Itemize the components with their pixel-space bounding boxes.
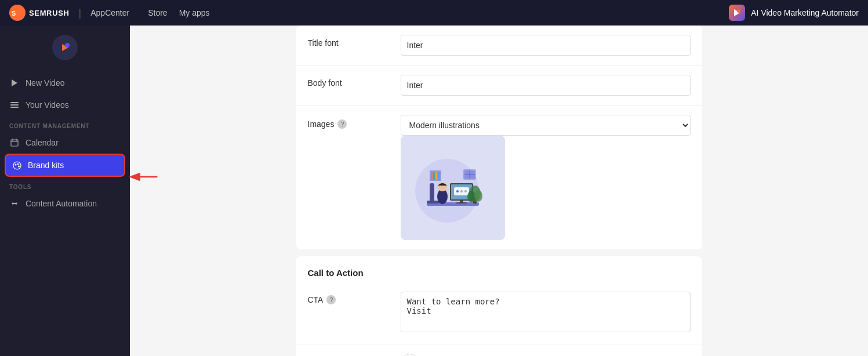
sidebar-section-content-management: CONTENT MANAGEMENT (0, 116, 130, 132)
sidebar-calendar-label: Calendar (26, 138, 59, 147)
topbar-left: S SEMRUSH | AppCenter Store My apps (9, 5, 210, 21)
arrow-annotation (128, 168, 162, 186)
topbar-divider: | (79, 7, 82, 19)
sidebar-logo-circle (52, 35, 78, 60)
form-row-images: Images ? Modern illustrations Stock phot… (296, 106, 702, 249)
list-icon (9, 100, 20, 110)
sidebar-item-brand-kits[interactable]: Brand kits (5, 154, 125, 177)
cta-color-label: CTA Color ? (308, 354, 401, 356)
images-help-icon[interactable]: ? (337, 119, 347, 129)
semrush-logo: S SEMRUSH (9, 5, 70, 21)
svg-point-3 (737, 9, 740, 13)
form-row-cta-color: CTA Color ? (296, 344, 702, 356)
semrush-text: SEMRUSH (29, 9, 70, 17)
form-section-fonts: Title font Body font Images ? (296, 26, 702, 249)
svg-point-6 (65, 43, 70, 48)
title-font-label: Title font (308, 35, 401, 48)
images-label: Images ? (308, 115, 401, 129)
semrush-logo-icon: S (9, 5, 26, 21)
svg-point-17 (17, 163, 19, 165)
sidebar-item-your-videos[interactable]: Your Videos (0, 94, 130, 116)
svg-rect-9 (10, 104, 19, 106)
svg-rect-11 (11, 140, 18, 146)
body-font-label: Body font (308, 75, 401, 88)
cta-color-swatch[interactable] (401, 354, 419, 356)
store-nav-link[interactable]: Store (148, 8, 167, 17)
topbar-appcenter-label: AppCenter (90, 8, 129, 17)
sidebar-section-tools: TOOLS (0, 177, 130, 192)
body-font-control (401, 75, 691, 96)
app-logo-badge (729, 5, 745, 21)
cta-control: Want to learn more? Visit (401, 292, 691, 335)
myapps-nav-link[interactable]: My apps (179, 8, 210, 17)
svg-rect-8 (10, 102, 19, 103)
illustration-svg (406, 141, 499, 234)
cta-color-control (401, 354, 691, 356)
svg-point-16 (14, 164, 16, 165)
app-title: AI Video Marketing Automator (751, 8, 859, 17)
app-logo-icon (732, 8, 742, 17)
svg-rect-40 (431, 172, 433, 180)
form-section-cta: Call to Action CTA ? Want to learn more?… (296, 256, 702, 356)
svg-point-38 (474, 190, 482, 202)
sidebar-item-calendar[interactable]: Calendar (0, 132, 130, 154)
svg-rect-24 (427, 201, 440, 204)
sidebar-app-icon (57, 40, 72, 55)
content-area: Title font Body font Images ? (130, 26, 868, 356)
svg-rect-43 (438, 172, 440, 180)
form-row-title-font: Title font (296, 26, 702, 66)
svg-point-34 (464, 190, 467, 192)
topbar-right: AI Video Marketing Automator (729, 5, 859, 21)
red-arrow-icon (128, 168, 162, 186)
sidebar-new-video-label: New Video (26, 78, 64, 88)
sidebar-item-new-video[interactable]: New Video (0, 72, 130, 94)
illustration-preview (401, 136, 505, 240)
svg-rect-30 (456, 202, 467, 204)
palette-icon (12, 160, 22, 170)
images-control: Modern illustrations Stock photos Abstra… (401, 115, 691, 240)
svg-point-33 (460, 190, 463, 192)
svg-rect-41 (433, 172, 435, 180)
main-layout: New Video Your Videos CONTENT MANAGEMENT (0, 26, 868, 356)
sidebar-logo (0, 35, 130, 60)
sidebar: New Video Your Videos CONTENT MANAGEMENT (0, 26, 130, 356)
svg-point-15 (13, 162, 21, 169)
svg-point-18 (18, 165, 20, 167)
content-inner: Title font Body font Images ? (296, 26, 702, 356)
form-row-cta: CTA ? Want to learn more? Visit (296, 282, 702, 344)
play-icon (9, 78, 20, 88)
cta-label: CTA ? (308, 292, 401, 304)
cta-section-header: Call to Action (296, 256, 702, 282)
topbar: S SEMRUSH | AppCenter Store My apps AI V… (0, 0, 868, 26)
svg-text:S: S (12, 10, 16, 17)
calendar-icon (9, 137, 20, 148)
topbar-nav: Store My apps (148, 8, 209, 17)
svg-point-32 (456, 190, 459, 192)
sidebar-item-content-automation[interactable]: Content Automation (0, 192, 130, 215)
svg-point-37 (467, 191, 475, 202)
automation-icon (9, 198, 20, 209)
form-row-body-font: Body font (296, 66, 702, 106)
title-font-input[interactable] (401, 35, 691, 56)
cta-help-icon[interactable]: ? (326, 295, 336, 304)
body-font-input[interactable] (401, 75, 691, 96)
svg-rect-10 (10, 107, 19, 108)
svg-rect-42 (435, 172, 437, 180)
cta-textarea[interactable]: Want to learn more? Visit (401, 292, 691, 332)
images-select[interactable]: Modern illustrations Stock photos Abstra… (401, 115, 691, 136)
sidebar-brand-kits-label: Brand kits (28, 161, 64, 170)
sidebar-content-automation-label: Content Automation (26, 199, 97, 208)
svg-marker-7 (12, 79, 17, 86)
sidebar-your-videos-label: Your Videos (26, 100, 69, 110)
title-font-control (401, 35, 691, 56)
svg-rect-23 (430, 183, 434, 204)
